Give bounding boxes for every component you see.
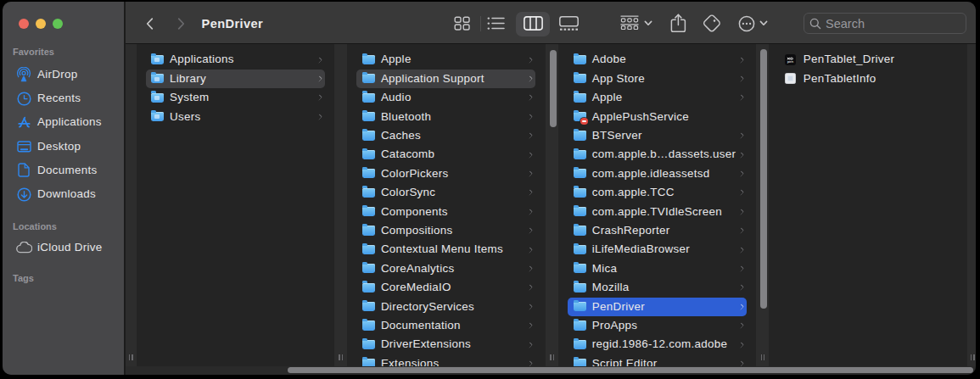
- svg-text:pen: pen: [787, 59, 794, 64]
